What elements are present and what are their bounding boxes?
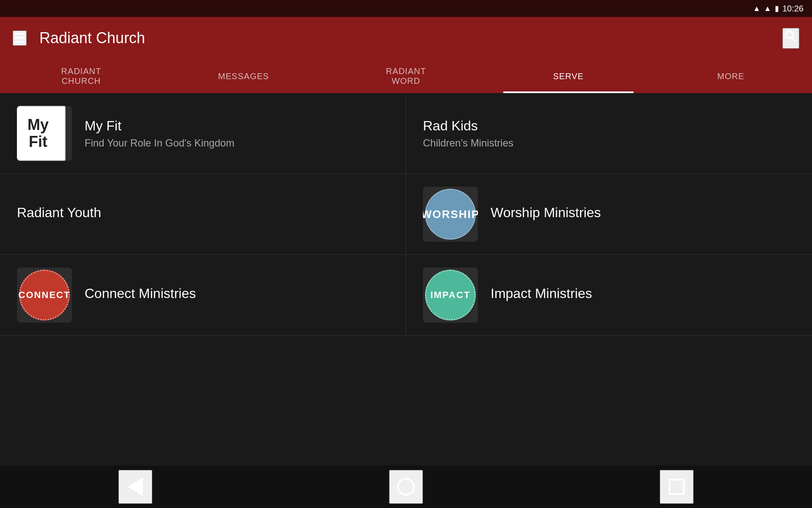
rad-kids-text: Rad Kids Children's Ministries bbox=[423, 118, 513, 149]
home-button[interactable] bbox=[389, 470, 423, 504]
home-icon bbox=[397, 478, 415, 496]
app-title: Radiant Church bbox=[39, 29, 782, 47]
rad-kids-subtitle: Children's Ministries bbox=[423, 137, 513, 149]
tab-serve[interactable]: SERVE bbox=[487, 59, 650, 93]
status-icons: ▲ ▲ ▮ 10:26 bbox=[753, 4, 804, 14]
list-item[interactable]: IMPACT Impact Ministries bbox=[406, 255, 812, 336]
nav-tabs: RADIANTCHURCH MESSAGES RADIANTWORD SERVE… bbox=[0, 59, 812, 93]
list-item[interactable]: My Fit My Fit Find Your Role In God's Ki… bbox=[0, 93, 406, 174]
list-item[interactable]: WORSHIP Worship Ministries bbox=[406, 174, 812, 255]
radiant-youth-title: Radiant Youth bbox=[17, 205, 101, 221]
search-button[interactable] bbox=[782, 28, 799, 49]
worship-title: Worship Ministries bbox=[491, 205, 601, 221]
connect-logo: CONNECT bbox=[19, 270, 70, 320]
tab-radiant-word[interactable]: RADIANTWORD bbox=[325, 59, 487, 93]
back-button[interactable] bbox=[118, 470, 152, 504]
impact-text: Impact Ministries bbox=[491, 286, 592, 305]
battery-icon: ▮ bbox=[775, 4, 779, 13]
tab-messages[interactable]: MESSAGES bbox=[162, 59, 325, 93]
recent-icon bbox=[669, 479, 685, 495]
impact-logo-wrapper: IMPACT bbox=[423, 268, 478, 323]
my-fit-logo: My Fit bbox=[17, 106, 72, 161]
impact-title: Impact Ministries bbox=[491, 286, 592, 301]
signal-icon: ▲ bbox=[764, 4, 771, 13]
my-fit-subtitle: Find Your Role In God's Kingdom bbox=[85, 137, 234, 149]
status-time: 10:26 bbox=[782, 4, 804, 14]
hamburger-button[interactable]: ☰ bbox=[13, 30, 27, 46]
worship-logo: WORSHIP bbox=[425, 189, 476, 240]
main-content: My Fit My Fit Find Your Role In God's Ki… bbox=[0, 93, 812, 336]
connect-title: Connect Ministries bbox=[85, 286, 196, 301]
wifi-icon: ▲ bbox=[753, 4, 760, 13]
impact-logo: IMPACT bbox=[425, 270, 476, 320]
my-fit-title: My Fit bbox=[85, 118, 234, 134]
tab-more[interactable]: MORE bbox=[650, 59, 812, 93]
back-icon bbox=[128, 478, 143, 496]
recent-apps-button[interactable] bbox=[660, 470, 694, 504]
radiant-youth-text: Radiant Youth bbox=[17, 205, 101, 224]
list-item[interactable]: CONNECT Connect Ministries bbox=[0, 255, 406, 336]
worship-logo-wrapper: WORSHIP bbox=[423, 187, 478, 242]
connect-text: Connect Ministries bbox=[85, 286, 196, 305]
rad-kids-title: Rad Kids bbox=[423, 118, 513, 134]
worship-text: Worship Ministries bbox=[491, 205, 601, 224]
connect-logo-wrapper: CONNECT bbox=[17, 268, 72, 323]
list-item[interactable]: Radiant Youth bbox=[0, 174, 406, 255]
tab-radiant-church[interactable]: RADIANTCHURCH bbox=[0, 59, 162, 93]
search-icon bbox=[783, 29, 798, 44]
bottom-nav bbox=[0, 466, 812, 508]
app-header: ☰ Radiant Church bbox=[0, 17, 812, 59]
status-bar: ▲ ▲ ▮ 10:26 bbox=[0, 0, 812, 17]
list-item[interactable]: Rad Kids Children's Ministries bbox=[406, 93, 812, 174]
my-fit-text: My Fit Find Your Role In God's Kingdom bbox=[85, 118, 234, 149]
